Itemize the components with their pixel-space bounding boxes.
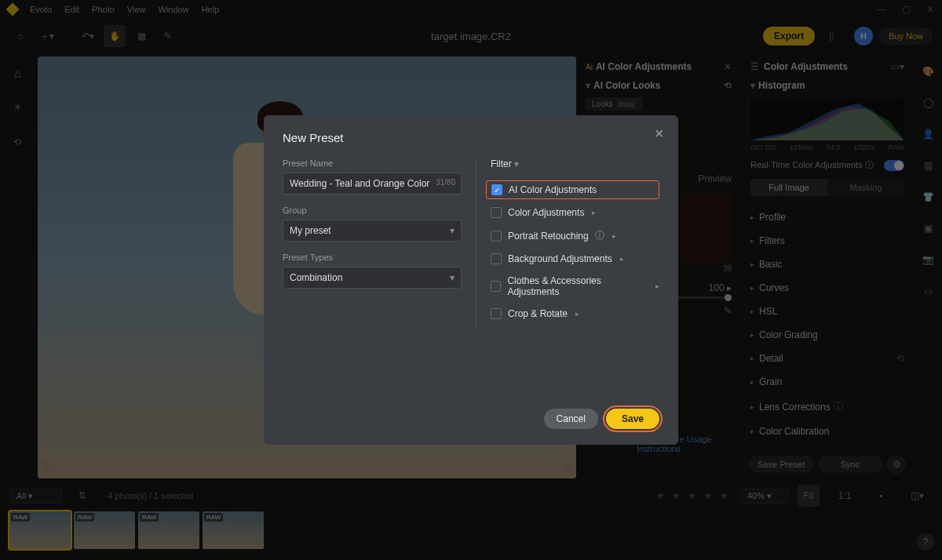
check-clothes[interactable]: Clothes & Accessories Adjustments▸ xyxy=(491,275,659,297)
check-background[interactable]: Background Adjustments▸ xyxy=(491,253,659,264)
preset-name-label: Preset Name xyxy=(283,158,462,168)
preset-types-select[interactable]: Combination▾ xyxy=(283,267,462,289)
modal-overlay: New Preset ✕ Preset Name 31/80 Group My … xyxy=(0,0,942,560)
modal-close-icon[interactable]: ✕ xyxy=(654,126,664,141)
check-color-adjustments[interactable]: Color Adjustments▸ xyxy=(491,207,659,218)
new-preset-modal: New Preset ✕ Preset Name 31/80 Group My … xyxy=(264,115,678,445)
checkbox-icon xyxy=(491,207,502,218)
check-ai-color[interactable]: ✓ AI Color Adjustments xyxy=(486,180,659,199)
checkbox-icon xyxy=(491,253,502,264)
filter-header[interactable]: Filter ▾ xyxy=(491,158,659,169)
preset-types-label: Preset Types xyxy=(283,253,462,262)
group-label: Group xyxy=(283,205,462,215)
check-portrait[interactable]: Portrait Retouching ⓘ▸ xyxy=(491,229,659,242)
checkbox-checked-icon: ✓ xyxy=(491,184,502,195)
group-select[interactable]: My preset▾ xyxy=(283,220,462,242)
modal-title: New Preset xyxy=(283,131,659,144)
check-crop-rotate[interactable]: Crop & Rotate▸ xyxy=(491,308,659,319)
cancel-button[interactable]: Cancel xyxy=(544,409,598,429)
save-button[interactable]: Save xyxy=(606,409,659,429)
checkbox-icon xyxy=(491,281,501,292)
checkbox-icon xyxy=(491,231,502,242)
checkbox-icon xyxy=(491,308,502,319)
preset-name-input[interactable] xyxy=(283,173,462,195)
char-count: 31/80 xyxy=(436,178,455,187)
